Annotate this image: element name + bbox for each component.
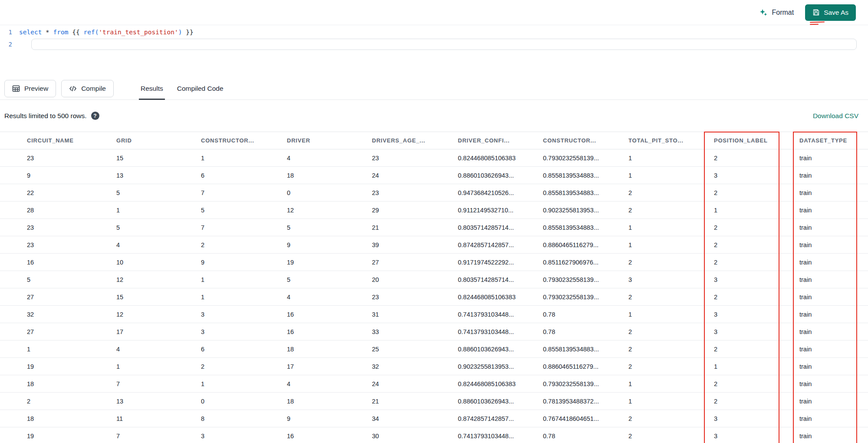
editor-line-1[interactable]: 1 select * from {{ ref('train_test_posit… [0, 26, 868, 37]
table-cell: 0.8558139534883... [543, 167, 628, 184]
table-cell: 0.78 [543, 427, 628, 443]
code-token: 'train_test_position' [99, 29, 178, 36]
table-cell: 0.8860103626943... [458, 393, 543, 410]
table-cell: 1 [0, 341, 116, 358]
results-table: CIRCUIT_NAMEGRIDCONSTRUCTOR...DRIVERDRIV… [0, 132, 868, 443]
table-row: 191217320.9023255813953...0.886046511627… [0, 358, 868, 375]
compile-button[interactable]: Compile [61, 80, 114, 97]
table-cell: 1 [628, 149, 714, 167]
table-cell: 19 [0, 427, 116, 443]
results-data-grid: CIRCUIT_NAMEGRIDCONSTRUCTOR...DRIVERDRIV… [0, 132, 868, 443]
column-header: CONSTRUCTOR... [543, 132, 628, 149]
table-cell: 0.7413793103448... [458, 323, 543, 341]
table-cell: 0.8558139534883... [543, 341, 628, 358]
table-cell: 5 [287, 271, 372, 288]
format-label: Format [772, 9, 794, 17]
table-cell: 28 [0, 202, 116, 219]
table-cell: 2 [628, 254, 714, 271]
table-cell: 31 [372, 306, 458, 323]
table-cell: 30 [372, 427, 458, 443]
table-cell: train [799, 341, 868, 358]
table-cell: train [799, 306, 868, 323]
table-cell: 0.8742857142857... [458, 410, 543, 427]
table-cell: 5 [0, 271, 116, 288]
table-cell: 17 [116, 323, 201, 341]
table-cell: 1 [201, 288, 287, 306]
table-cell: train [799, 271, 868, 288]
table-cell: 18 [287, 393, 372, 410]
table-cell: 33 [372, 323, 458, 341]
table-cell: 27 [0, 288, 116, 306]
table-row: 2717316330.7413793103448...0.7823train [0, 323, 868, 341]
table-cell: 23 [372, 184, 458, 202]
table-row: 18714240.8244680851063830.7930232558139.… [0, 375, 868, 393]
table-cell: 0.8860465116279... [543, 358, 628, 375]
table-cell: 6 [201, 341, 287, 358]
actions-row: Preview Compile Results Compiled Code [0, 77, 868, 100]
code-token: * [42, 29, 53, 36]
table-cell: 23 [0, 236, 116, 254]
table-row: 281512290.9112149532710...0.902325581395… [0, 202, 868, 219]
table-cell: 2 [714, 236, 799, 254]
table-cell: 27 [0, 323, 116, 341]
column-header: DATASET_TYPE [799, 132, 868, 149]
table-cell: 16 [287, 427, 372, 443]
table-cell: 2 [628, 358, 714, 375]
app-root: Format Save As 1 select * from {{ ref('t… [0, 0, 868, 443]
table-cell: 0.9112149532710... [458, 202, 543, 219]
format-button[interactable]: Format [759, 8, 794, 17]
table-row: 181189340.8742857142857...0.767441860465… [0, 410, 868, 427]
table-cell: train [799, 184, 868, 202]
table-cell: 21 [372, 219, 458, 236]
table-cell: 2 [714, 149, 799, 167]
table-cell: 1 [714, 202, 799, 219]
sparkles-icon [759, 8, 768, 17]
table-cell: 16 [0, 254, 116, 271]
table-cell: 0.8558139534883... [543, 219, 628, 236]
table-cell: 9 [0, 167, 116, 184]
table-cell: 5 [201, 202, 287, 219]
compile-label: Compile [81, 85, 106, 93]
table-cell: 18 [287, 167, 372, 184]
table-cell: 1 [116, 358, 201, 375]
table-cell: 23 [0, 149, 116, 167]
table-cell: 0.8860103626943... [458, 167, 543, 184]
table-cell: 1 [201, 271, 287, 288]
tab-results[interactable]: Results [134, 77, 170, 99]
table-cell: 0.7813953488372... [543, 393, 628, 410]
table-cell: 2 [628, 202, 714, 219]
tab-compiled-code-label: Compiled Code [177, 85, 224, 93]
code-token: ref( [83, 29, 99, 36]
help-icon[interactable]: ? [91, 112, 99, 120]
table-cell: 2 [714, 393, 799, 410]
table-cell: 2 [628, 341, 714, 358]
table-cell: 2 [0, 393, 116, 410]
sql-editor[interactable]: 1 select * from {{ ref('train_test_posit… [0, 25, 868, 77]
table-cell: 0.824468085106383 [458, 149, 543, 167]
table-cell: 5 [116, 219, 201, 236]
table-cell: 20 [372, 271, 458, 288]
table-cell: 3 [714, 167, 799, 184]
table-row: 22570230.9473684210526...0.8558139534883… [0, 184, 868, 202]
editor-active-line-box[interactable] [31, 39, 857, 50]
save-as-button[interactable]: Save As [805, 4, 856, 21]
table-cell: 2 [628, 288, 714, 306]
table-cell: 2 [628, 323, 714, 341]
table-cell: 2 [628, 410, 714, 427]
tab-compiled-code[interactable]: Compiled Code [170, 77, 230, 99]
editor-line-2[interactable]: 2 [0, 38, 868, 50]
table-cell: train [799, 288, 868, 306]
column-header: TOTAL_PIT_STO... [628, 132, 714, 149]
table-cell: 9 [287, 410, 372, 427]
preview-button[interactable]: Preview [4, 80, 56, 97]
table-row: 23575210.8035714285714...0.8558139534883… [0, 219, 868, 236]
table-row: 3212316310.7413793103448...0.7813train [0, 306, 868, 323]
table-cell: train [799, 358, 868, 375]
code-icon [69, 85, 77, 93]
download-csv-link[interactable]: Download CSV [813, 112, 858, 120]
table-cell: 32 [0, 306, 116, 323]
table-cell: 9 [201, 254, 287, 271]
table-cell: 22 [0, 184, 116, 202]
code-token: {{ [69, 29, 84, 36]
table-cell: 27 [372, 254, 458, 271]
